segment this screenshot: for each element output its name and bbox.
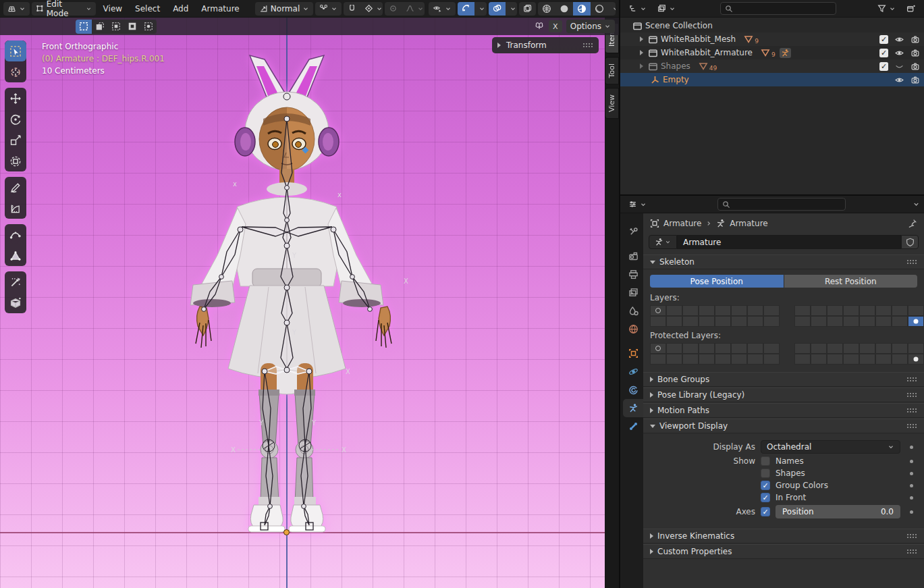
panel-header-viewport-display[interactable]: Viewport Display <box>643 419 924 433</box>
tool-transform[interactable] <box>5 151 26 171</box>
mirror-x-butterfly-icon[interactable] <box>534 22 545 31</box>
tool-annotate[interactable] <box>5 177 26 198</box>
layer-cell[interactable] <box>908 305 924 316</box>
mode-dropdown[interactable]: Edit Mode <box>32 2 96 16</box>
shading-dropdown[interactable] <box>608 2 616 16</box>
tool-roll[interactable] <box>5 224 26 245</box>
layer-cell[interactable] <box>827 316 843 327</box>
layer-cell[interactable] <box>666 354 682 365</box>
menu-add[interactable]: Add <box>167 2 194 16</box>
axes-checkbox[interactable] <box>761 507 770 516</box>
viewport-canvas[interactable]: xx YY YY XX XX <box>0 18 619 588</box>
shading-rendered-button[interactable] <box>591 2 608 16</box>
layer-cell[interactable] <box>650 354 666 365</box>
pin-icon[interactable] <box>908 219 917 228</box>
tab-output[interactable] <box>623 265 643 284</box>
tool-cursor[interactable] <box>5 61 26 82</box>
layer-cell[interactable] <box>731 316 747 327</box>
transform-orientation-dropdown[interactable]: Normal <box>255 2 313 16</box>
drag-dots-handle[interactable] <box>906 392 917 398</box>
layer-cell[interactable] <box>875 316 892 327</box>
layer-cell[interactable] <box>699 305 715 316</box>
outliner-editor-type-button[interactable] <box>624 2 651 16</box>
tool-measure[interactable] <box>5 198 26 219</box>
layer-cell[interactable] <box>794 305 811 316</box>
layer-cell[interactable] <box>875 343 892 354</box>
layer-cell[interactable] <box>699 354 715 365</box>
animate-dot-icon[interactable] <box>910 484 913 487</box>
drag-dots-handle[interactable] <box>906 408 917 413</box>
layer-cell[interactable] <box>715 354 731 365</box>
editor-type-button[interactable] <box>3 2 30 16</box>
layer-cell[interactable] <box>892 305 908 316</box>
gizmos-toggle[interactable] <box>458 2 474 16</box>
outliner-row-scene-collection[interactable]: Scene Collection <box>620 19 924 32</box>
outliner-display-mode-button[interactable] <box>653 2 680 16</box>
breadcrumb-object-name[interactable]: Armature <box>663 219 701 228</box>
animate-dot-icon[interactable] <box>910 446 913 449</box>
select-mode-invert[interactable] <box>124 20 140 34</box>
animate-dot-icon[interactable] <box>910 472 913 475</box>
eye-icon[interactable] <box>894 49 904 57</box>
pose-position-button[interactable]: Pose Position <box>650 275 784 288</box>
menu-armature[interactable]: Armature <box>196 2 244 16</box>
outliner-filter-button[interactable] <box>873 2 900 16</box>
tab-physics[interactable] <box>623 363 643 381</box>
layer-cell[interactable] <box>699 316 715 327</box>
layer-cell[interactable] <box>715 316 731 327</box>
tab-armature-data[interactable] <box>623 399 643 417</box>
layer-cell[interactable] <box>763 316 780 327</box>
layer-cell[interactable] <box>843 305 859 316</box>
selectability-checkbox[interactable]: ✓ <box>879 35 888 44</box>
animate-dot-icon[interactable] <box>910 496 913 500</box>
shapes-checkbox[interactable] <box>761 469 770 478</box>
layer-cell[interactable] <box>650 305 666 316</box>
layer-cell[interactable] <box>794 343 811 354</box>
layer-cell[interactable] <box>811 305 827 316</box>
shading-material-button[interactable] <box>573 2 591 16</box>
layer-cell[interactable] <box>811 354 827 365</box>
tab-bone[interactable] <box>623 417 643 435</box>
drag-dots-handle[interactable] <box>906 533 917 539</box>
layer-cell[interactable] <box>908 354 924 365</box>
layer-cell[interactable] <box>811 316 827 327</box>
layer-cell[interactable] <box>843 343 859 354</box>
selectability-checkbox[interactable]: ✓ <box>879 62 888 71</box>
layer-cell[interactable] <box>731 354 747 365</box>
snap-target-dropdown[interactable] <box>360 2 383 16</box>
layer-cell[interactable] <box>908 316 924 327</box>
display-as-dropdown[interactable]: Octahedral <box>761 440 900 454</box>
rest-position-button[interactable]: Rest Position <box>784 275 918 288</box>
selectability-checkbox[interactable]: ✓ <box>879 49 888 57</box>
layer-cell[interactable] <box>763 305 780 316</box>
names-checkbox[interactable] <box>761 456 770 466</box>
animate-dot-icon[interactable] <box>910 460 913 463</box>
menu-view[interactable]: View <box>98 2 128 16</box>
mirror-x-toggle[interactable]: X <box>549 20 562 32</box>
pivot-point-dropdown[interactable] <box>315 2 342 16</box>
tab-tool[interactable] <box>623 223 643 241</box>
outliner-row-empty[interactable]: Empty <box>620 73 924 86</box>
panel-header-motion-paths[interactable]: Motion Paths <box>643 403 924 418</box>
shading-wireframe-button[interactable] <box>538 2 555 16</box>
layer-cell[interactable] <box>843 316 859 327</box>
layer-cell[interactable] <box>666 343 682 354</box>
layer-cell[interactable] <box>650 343 666 354</box>
layer-cell[interactable] <box>859 343 875 354</box>
layer-cell[interactable] <box>699 343 715 354</box>
falloff-dropdown[interactable] <box>402 2 424 16</box>
camera-visibility-icon[interactable] <box>911 76 920 84</box>
properties-search-input[interactable] <box>717 198 846 211</box>
disclosure-triangle-icon[interactable] <box>640 63 643 69</box>
tab-view-layer[interactable] <box>623 284 643 302</box>
tab-scene[interactable] <box>623 302 643 320</box>
camera-visibility-icon[interactable] <box>911 62 920 71</box>
panel-header-inverse-kinematics[interactable]: Inverse Kinematics <box>643 529 924 543</box>
armature-name-field[interactable]: Armature <box>677 235 901 249</box>
tool-move[interactable] <box>5 88 26 109</box>
layer-cell[interactable] <box>892 343 908 354</box>
drag-dots-handle[interactable] <box>906 423 917 429</box>
gizmos-dropdown[interactable] <box>474 2 487 16</box>
layer-cell[interactable] <box>908 343 924 354</box>
layer-cell[interactable] <box>794 354 811 365</box>
